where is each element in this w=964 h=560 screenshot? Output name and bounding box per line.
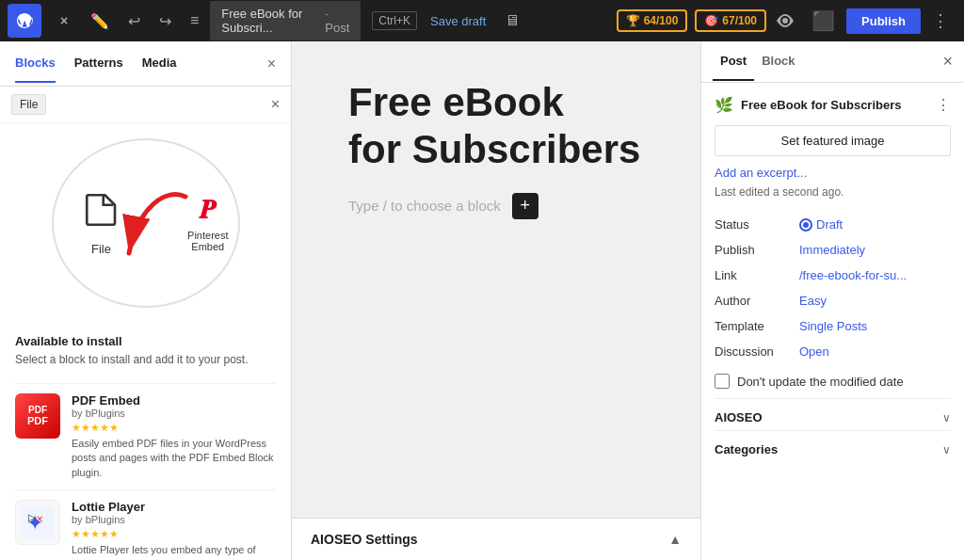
panel-tabs: Blocks Patterns Media × xyxy=(0,41,291,87)
pdf-plugin-name: PDF Embed xyxy=(72,393,276,408)
tab-media[interactable]: Media xyxy=(142,44,177,83)
save-draft-button[interactable]: Save draft xyxy=(421,8,495,34)
post-title-field[interactable]: Free eBook for Subscri... · Post xyxy=(210,1,361,40)
aioseo-bar[interactable]: AIOSEO Settings ▲ xyxy=(292,518,700,560)
pdf-plugin-by: by bPlugins xyxy=(72,408,276,419)
list-view-button[interactable]: ≡ xyxy=(183,7,206,35)
pdf-plugin-info: PDF Embed by bPlugins ★★★★★ Easily embed… xyxy=(72,393,276,480)
status-draft-label: Draft xyxy=(816,217,843,232)
pinterest-block-item[interactable]: 𝑷 PinterestEmbed xyxy=(187,195,228,252)
pinterest-block-label: PinterestEmbed xyxy=(187,230,228,252)
link-value-link: /free-ebook-for-su... xyxy=(799,268,907,282)
tab-block[interactable]: Block xyxy=(754,42,802,81)
aioseo-chevron-icon: ▲ xyxy=(668,532,682,547)
readability-score-value: 67/100 xyxy=(722,14,757,27)
publish-value[interactable]: Immediately xyxy=(799,243,865,257)
lottie-plugin-icon: ✦ ✕ ▷ xyxy=(15,500,60,545)
post-meta-header: 🌿 Free eBook for Subscribers ⋮ xyxy=(715,96,951,114)
aioseo-chevron-icon: ∨ xyxy=(942,411,951,424)
categories-section-title: Categories xyxy=(715,442,778,456)
author-row: Author Easy xyxy=(715,288,951,313)
discussion-row: Discussion Open xyxy=(715,339,951,364)
close-right-panel-button[interactable]: × xyxy=(942,52,953,72)
block-circle: File 𝑷 PinterestEmbed xyxy=(52,138,240,308)
set-featured-image-button[interactable]: Set featured image xyxy=(715,125,951,156)
available-section: Available to install Select a block to i… xyxy=(0,323,291,379)
clear-file-filter-button[interactable]: × xyxy=(271,96,280,113)
tools-button[interactable]: ✏️ xyxy=(83,7,117,36)
pdf-plugin-desc: Easily embed PDF files in your WordPress… xyxy=(72,437,276,480)
categories-section-header[interactable]: Categories ∨ xyxy=(715,430,951,462)
post-leaf-icon: 🌿 xyxy=(715,96,733,114)
link-value[interactable]: /free-ebook-for-su... xyxy=(799,268,907,282)
tab-blocks[interactable]: Blocks xyxy=(15,44,56,83)
list-item[interactable]: ✦ ✕ ▷ Lottie Player by bPlugins ★★★★★ Lo… xyxy=(15,489,276,560)
post-heading-line2: for Subscribers xyxy=(348,127,640,171)
right-panel: Post Block × 🌿 Free eBook for Subscriber… xyxy=(700,41,964,560)
pinterest-icon: 𝑷 xyxy=(200,195,216,226)
undo-button[interactable]: ↩ xyxy=(120,7,148,36)
plugin-list: PDF PDF Embed by bPlugins ★★★★★ Easily e… xyxy=(0,379,291,560)
close-panel-button[interactable]: × xyxy=(267,56,276,72)
post-heading: Free eBook for Subscribers xyxy=(348,79,644,174)
discussion-value-link: Open xyxy=(799,344,829,359)
aioseo-settings-icon-btn[interactable] xyxy=(770,6,800,36)
block-placeholder-row: Type / to choose a block + xyxy=(348,193,644,219)
status-value[interactable]: Draft xyxy=(799,217,843,232)
main-area: Blocks Patterns Media × File × Fil xyxy=(0,41,964,560)
modified-date-checkbox[interactable] xyxy=(715,374,730,389)
aioseo-section-title: AIOSEO xyxy=(715,410,763,424)
discussion-value[interactable]: Open xyxy=(799,344,829,359)
add-excerpt-link[interactable]: Add an excerpt... xyxy=(715,166,951,180)
lottie-plugin-desc: Lottie Player lets you embed any type of… xyxy=(72,543,276,560)
readability-score-badge[interactable]: 🎯 67/100 xyxy=(695,9,766,32)
file-filter-badge[interactable]: File xyxy=(11,94,46,115)
block-editor-button[interactable]: ⬛ xyxy=(804,4,843,38)
svg-text:✕: ✕ xyxy=(36,514,43,524)
aioseo-label: AIOSEO Settings xyxy=(311,532,418,547)
tab-post[interactable]: Post xyxy=(713,42,754,81)
template-label: Template xyxy=(715,319,799,333)
wordpress-logo[interactable] xyxy=(8,4,41,38)
status-row: Status Draft xyxy=(715,212,951,237)
publish-label: Publish xyxy=(715,243,799,257)
author-value-link: Easy xyxy=(799,294,827,308)
modified-date-row: Don't update the modified date xyxy=(715,364,951,398)
pdf-embed-icon: PDF xyxy=(15,393,60,439)
seo-score-badge[interactable]: 🏆 64/100 xyxy=(617,9,688,32)
right-panel-tabs: Post Block × xyxy=(701,41,964,83)
tab-patterns[interactable]: Patterns xyxy=(74,44,123,83)
author-label: Author xyxy=(715,294,799,308)
redo-button[interactable]: ↪ xyxy=(152,7,179,36)
close-editor-button[interactable]: × xyxy=(49,6,79,36)
template-value-link: Single Posts xyxy=(799,319,867,333)
right-panel-content: 🌿 Free eBook for Subscribers ⋮ Set featu… xyxy=(701,83,964,560)
draft-dot-icon xyxy=(799,218,812,232)
post-meta-name: Free eBook for Subscribers xyxy=(741,98,928,112)
file-search-row: File × xyxy=(0,87,291,123)
block-placeholder-text: Type / to choose a block xyxy=(348,198,501,214)
more-options-button[interactable]: ⋮ xyxy=(924,7,956,35)
available-title: Available to install xyxy=(15,334,276,348)
author-value[interactable]: Easy xyxy=(799,294,827,308)
link-row: Link /free-ebook-for-su... xyxy=(715,263,951,288)
lottie-plugin-info: Lottie Player by bPlugins ★★★★★ Lottie P… xyxy=(72,500,276,560)
block-picker-area: File 𝑷 PinterestEmbed xyxy=(0,123,291,323)
aioseo-section-header[interactable]: AIOSEO ∨ xyxy=(715,398,951,430)
list-item[interactable]: PDF PDF Embed by bPlugins ★★★★★ Easily e… xyxy=(15,383,276,489)
file-block-item[interactable]: File xyxy=(82,190,121,256)
preview-button[interactable]: 🖥 xyxy=(499,7,525,35)
publish-button[interactable]: Publish xyxy=(846,8,921,34)
editor-content[interactable]: Free eBook for Subscribers Type / to cho… xyxy=(292,41,700,518)
template-value[interactable]: Single Posts xyxy=(799,319,867,333)
link-label: Link xyxy=(715,268,799,282)
lottie-plugin-stars: ★★★★★ xyxy=(72,528,276,540)
post-more-options-button[interactable]: ⋮ xyxy=(936,96,951,114)
lottie-plugin-by: by bPlugins xyxy=(72,514,276,525)
add-block-button[interactable]: + xyxy=(512,193,538,219)
editor-area: Free eBook for Subscribers Type / to cho… xyxy=(292,41,700,560)
modified-date-label: Don't update the modified date xyxy=(737,375,904,389)
template-row: Template Single Posts xyxy=(715,313,951,339)
file-block-icon xyxy=(82,190,121,238)
svg-text:▷: ▷ xyxy=(28,512,36,522)
